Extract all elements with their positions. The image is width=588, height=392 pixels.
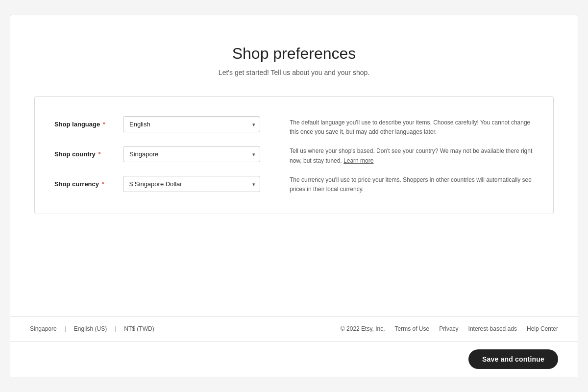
currency-select[interactable]: $ Singapore Dollar $ US Dollar £ British… <box>123 176 260 192</box>
language-info-text: The default language you'll use to descr… <box>290 118 534 137</box>
footer: Singapore | English (US) | NT$ (TWD) © 2… <box>10 317 578 341</box>
country-group: Shop country * Singapore United States U… <box>54 146 260 162</box>
language-required: * <box>101 121 105 128</box>
form-section: Shop language * English French German Sp… <box>54 116 534 194</box>
preferences-card: Shop language * English French German Sp… <box>34 96 554 214</box>
language-group: Shop language * English French German Sp… <box>54 116 260 132</box>
currency-info-text: The currency you'll use to price your it… <box>290 175 534 194</box>
footer-locale: Singapore | English (US) | NT$ (TWD) <box>30 325 158 332</box>
bottom-bar: Save and continue <box>10 342 578 377</box>
page-wrapper: Shop preferences Let's get started! Tell… <box>10 15 578 377</box>
footer-locale-language: English (US) <box>70 325 111 332</box>
country-select-wrapper: Singapore United States United Kingdom A… <box>123 146 260 162</box>
footer-divider-1: | <box>61 325 70 332</box>
main-content: Shop preferences Let's get started! Tell… <box>10 15 578 316</box>
currency-required: * <box>100 180 104 188</box>
page-title: Shop preferences <box>232 45 356 63</box>
currency-group: Shop currency * $ Singapore Dollar $ US … <box>54 176 260 192</box>
page-subtitle: Let's get started! Tell us about you and… <box>219 69 369 76</box>
learn-more-link[interactable]: Learn more <box>343 157 373 164</box>
country-info-text: Tell us where your shop's based. Don't s… <box>290 147 534 165</box>
interest-ads-link[interactable]: Interest-based ads <box>468 325 517 332</box>
footer-locale-country: Singapore <box>30 325 61 332</box>
footer-divider-2: | <box>111 325 120 332</box>
country-required: * <box>97 150 101 158</box>
currency-label: Shop currency * <box>54 180 113 188</box>
footer-locale-currency: NT$ (TWD) <box>120 325 158 332</box>
language-select-wrapper: English French German Spanish Italian Ja… <box>123 116 260 132</box>
country-select[interactable]: Singapore United States United Kingdom A… <box>123 146 260 162</box>
save-continue-button[interactable]: Save and continue <box>468 349 558 369</box>
footer-links: © 2022 Etsy, Inc. Terms of Use Privacy I… <box>341 325 558 332</box>
help-link[interactable]: Help Center <box>527 325 558 332</box>
language-label: Shop language * <box>54 121 113 128</box>
form-fields: Shop language * English French German Sp… <box>54 116 260 194</box>
country-label: Shop country * <box>54 150 113 158</box>
terms-link[interactable]: Terms of Use <box>395 325 430 332</box>
privacy-link[interactable]: Privacy <box>439 325 458 332</box>
footer-copyright: © 2022 Etsy, Inc. <box>341 325 385 332</box>
currency-select-wrapper: $ Singapore Dollar $ US Dollar £ British… <box>123 176 260 192</box>
language-select[interactable]: English French German Spanish Italian Ja… <box>123 116 260 132</box>
info-section: The default language you'll use to descr… <box>290 116 534 194</box>
